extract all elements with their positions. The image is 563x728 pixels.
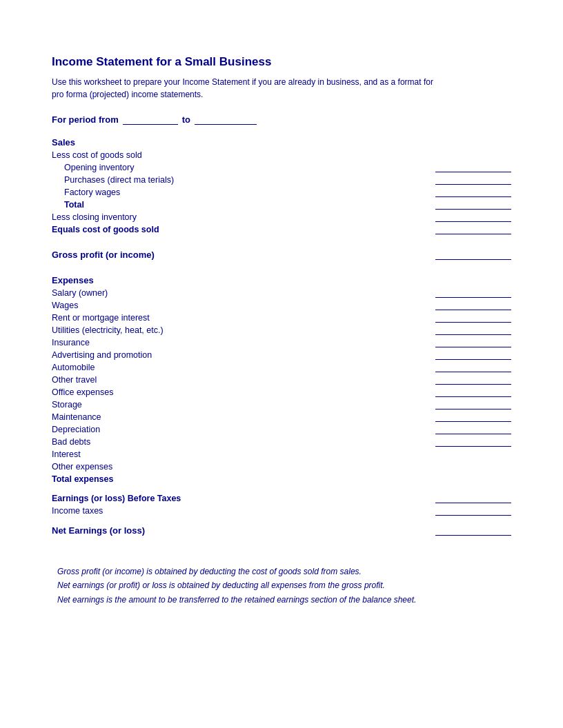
- salary-input[interactable]: [435, 288, 511, 298]
- interest-label: Interest: [52, 449, 81, 459]
- purchases-label: Purchases (direct ma terials): [52, 175, 174, 185]
- income-taxes-label: Income taxes: [52, 506, 103, 516]
- footnotes: Gross profit (or income) is obtained by …: [52, 565, 511, 607]
- equals-cogs-input[interactable]: [435, 225, 511, 234]
- bad-debts-row: Bad debts: [52, 436, 511, 448]
- advertising-input[interactable]: [435, 350, 511, 360]
- other-travel-label: Other travel: [52, 375, 97, 385]
- purchases-row: Purchases (direct ma terials): [52, 174, 511, 186]
- depreciation-label: Depreciation: [52, 425, 100, 434]
- page-container: Income Statement for a Small Business Us…: [52, 55, 511, 607]
- period-to-input[interactable]: [195, 115, 257, 125]
- office-expenses-row: Office expenses: [52, 386, 511, 398]
- earnings-before-taxes-input[interactable]: [435, 494, 511, 503]
- factory-wages-input[interactable]: [435, 188, 511, 197]
- total-expenses-row: Total expenses: [52, 473, 511, 485]
- automobile-row: Automobile: [52, 361, 511, 374]
- period-from-input[interactable]: [123, 115, 178, 125]
- less-closing-label: Less closing inventory: [52, 212, 137, 222]
- less-cogs-label: Less cost of goods sold: [52, 150, 142, 160]
- salary-row: Salary (owner): [52, 287, 511, 299]
- footnote-1: Gross profit (or income) is obtained by …: [57, 565, 511, 578]
- utilities-row: Utilities (electricity, heat, etc.): [52, 324, 511, 336]
- opening-inventory-row: Opening inventory: [52, 161, 511, 174]
- depreciation-input[interactable]: [435, 425, 511, 434]
- salary-label: Salary (owner): [52, 288, 108, 298]
- period-to-label: to: [182, 114, 190, 125]
- factory-wages-row: Factory wages: [52, 186, 511, 199]
- factory-wages-label: Factory wages: [52, 188, 120, 197]
- gross-profit-row: Gross profit (or income): [52, 248, 511, 261]
- rent-input[interactable]: [435, 313, 511, 323]
- utilities-input[interactable]: [435, 325, 511, 335]
- other-travel-row: Other travel: [52, 374, 511, 386]
- depreciation-row: Depreciation: [52, 423, 511, 436]
- income-taxes-input[interactable]: [435, 506, 511, 516]
- gross-profit-input[interactable]: [435, 250, 511, 260]
- net-earnings-label: Net Earnings (or loss): [52, 525, 145, 536]
- period-line: For period from to: [52, 114, 511, 125]
- maintenance-label: Maintenance: [52, 412, 101, 422]
- opening-inventory-input[interactable]: [435, 163, 511, 172]
- wages-input[interactable]: [435, 301, 511, 310]
- maintenance-row: Maintenance: [52, 411, 511, 423]
- opening-inventory-label: Opening inventory: [52, 163, 134, 172]
- other-expenses-row: Other expenses: [52, 461, 511, 473]
- other-travel-input[interactable]: [435, 375, 511, 385]
- advertising-row: Advertising and promotion: [52, 349, 511, 361]
- page-subtitle: Use this worksheet to prepare your Incom…: [52, 76, 438, 101]
- rent-label: Rent or mortgage interest: [52, 313, 150, 323]
- footnote-2: Net earnings (or profit) or loss is obta…: [57, 578, 511, 592]
- storage-row: Storage: [52, 398, 511, 411]
- other-expenses-label: Other expenses: [52, 462, 112, 472]
- interest-row: Interest: [52, 448, 511, 461]
- total-row: Total: [52, 199, 511, 211]
- total-label: Total: [52, 200, 84, 210]
- earnings-before-taxes-row: Earnings (or loss) Before Taxes: [52, 492, 511, 505]
- wages-label: Wages: [52, 301, 78, 310]
- bad-debts-label: Bad debts: [52, 437, 90, 447]
- equals-cogs-label: Equals cost of goods sold: [52, 225, 159, 234]
- footnote-3: Net earnings is the amount to be transfe…: [57, 593, 511, 607]
- total-input[interactable]: [435, 200, 511, 210]
- rent-row: Rent or mortgage interest: [52, 312, 511, 324]
- sales-header: Sales: [52, 137, 511, 148]
- wages-row: Wages: [52, 299, 511, 312]
- net-earnings-input[interactable]: [435, 526, 511, 536]
- purchases-input[interactable]: [435, 175, 511, 185]
- gross-profit-label: Gross profit (or income): [52, 250, 155, 260]
- automobile-input[interactable]: [435, 363, 511, 372]
- insurance-label: Insurance: [52, 338, 90, 347]
- net-earnings-row: Net Earnings (or loss): [52, 524, 511, 537]
- less-cogs-row: Less cost of goods sold: [52, 149, 511, 161]
- expenses-header: Expenses: [52, 275, 511, 285]
- bad-debts-input[interactable]: [435, 437, 511, 447]
- utilities-label: Utilities (electricity, heat, etc.): [52, 325, 164, 335]
- total-expenses-label: Total expenses: [52, 474, 113, 484]
- maintenance-input[interactable]: [435, 412, 511, 422]
- income-taxes-row: Income taxes: [52, 505, 511, 517]
- period-from-label: For period from: [52, 114, 119, 125]
- storage-label: Storage: [52, 400, 82, 410]
- page-title: Income Statement for a Small Business: [52, 55, 511, 69]
- storage-input[interactable]: [435, 400, 511, 410]
- office-expenses-label: Office expenses: [52, 387, 113, 397]
- less-closing-row: Less closing inventory: [52, 211, 511, 223]
- insurance-input[interactable]: [435, 338, 511, 347]
- less-closing-input[interactable]: [435, 212, 511, 222]
- insurance-row: Insurance: [52, 336, 511, 349]
- office-expenses-input[interactable]: [435, 387, 511, 397]
- earnings-before-taxes-label: Earnings (or loss) Before Taxes: [52, 494, 181, 503]
- automobile-label: Automobile: [52, 363, 95, 372]
- equals-cogs-row: Equals cost of goods sold: [52, 223, 511, 236]
- advertising-label: Advertising and promotion: [52, 350, 152, 360]
